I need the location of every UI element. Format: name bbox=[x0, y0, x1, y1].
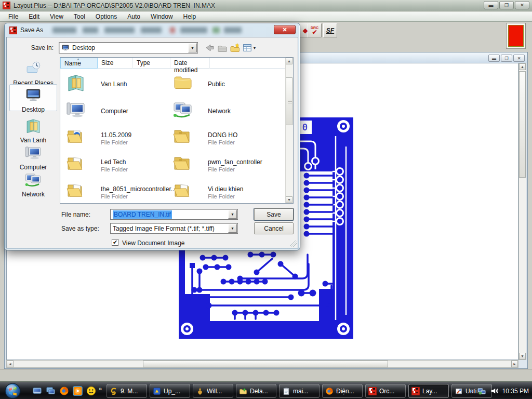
sidebar-item-computer[interactable]: Computer bbox=[9, 142, 57, 171]
list-scroll-up-icon[interactable]: ▲ bbox=[286, 58, 292, 64]
dialog-resize-grip[interactable] bbox=[290, 241, 297, 247]
menubar: File Edit View Tool Options Auto Window … bbox=[0, 11, 532, 22]
list-scroll-down-icon[interactable]: ▼ bbox=[286, 196, 292, 203]
views-button[interactable]: ▼ bbox=[242, 43, 257, 53]
view-document-checkbox[interactable]: ✔ bbox=[112, 239, 118, 246]
start-button[interactable] bbox=[4, 382, 21, 399]
taskbar-button-7[interactable]: Orc... bbox=[365, 384, 406, 398]
vertical-scrollbar[interactable]: ▲ ▼ bbox=[518, 63, 526, 360]
file-item-public[interactable]: Public bbox=[170, 71, 274, 98]
scroll-up-icon[interactable]: ▲ bbox=[519, 63, 526, 70]
menu-options[interactable]: Options bbox=[90, 12, 122, 21]
taskbar-button-8-active[interactable]: Lay... bbox=[408, 384, 449, 398]
horizontal-scroll-thumb[interactable] bbox=[143, 361, 388, 367]
menu-view[interactable]: View bbox=[45, 12, 69, 21]
save-button[interactable]: Save bbox=[254, 208, 294, 220]
save-as-type-select[interactable]: Tagged Image File Format (*.tif; *.tiff)… bbox=[110, 223, 238, 234]
file-name-value: BOARD TREN_IN.tif bbox=[113, 210, 172, 219]
back-button[interactable] bbox=[204, 43, 216, 53]
child-minimize-button[interactable]: ▬ bbox=[488, 55, 500, 62]
media-player-icon[interactable] bbox=[73, 386, 83, 396]
taskbar-button-2[interactable]: Up_... bbox=[150, 384, 190, 398]
cancel-button[interactable]: Cancel bbox=[254, 222, 294, 234]
taskbar-button-5[interactable]: mai... bbox=[279, 384, 320, 398]
up-one-level-button[interactable] bbox=[217, 43, 228, 53]
taskbar: » 9. M... Up_... Will... Dela... mai... … bbox=[0, 382, 532, 399]
scroll-left-icon[interactable]: ◄ bbox=[7, 361, 14, 367]
column-header-date-modified[interactable]: Date modified bbox=[170, 58, 210, 69]
clock[interactable]: 10:35 PM bbox=[502, 388, 529, 395]
vertical-scroll-thumb[interactable] bbox=[519, 71, 526, 178]
status-bar bbox=[0, 369, 532, 382]
file-item-led-tech[interactable]: Led TechFile Folder bbox=[63, 152, 167, 179]
network-tray-icon[interactable] bbox=[477, 387, 486, 396]
app-icon-gold bbox=[110, 387, 118, 395]
folder-doc-icon bbox=[65, 153, 86, 174]
status-color-panel bbox=[506, 23, 526, 49]
scroll-down-icon[interactable]: ▼ bbox=[519, 353, 526, 360]
child-close-button[interactable]: ✕ bbox=[513, 55, 525, 62]
taskbar-button-1[interactable]: 9. M... bbox=[107, 384, 147, 398]
file-item-vi-dieu-khien[interactable]: Vi dieu khienFile Folder bbox=[170, 179, 274, 203]
file-item-network[interactable]: Network bbox=[170, 98, 274, 125]
sidebar-item-van-lanh[interactable]: Van Lanh bbox=[9, 115, 57, 144]
menu-window[interactable]: Window bbox=[145, 12, 178, 21]
scroll-right-icon[interactable]: ► bbox=[511, 361, 518, 367]
firefox-icon[interactable] bbox=[59, 386, 69, 396]
menu-edit[interactable]: Edit bbox=[23, 12, 45, 21]
minimize-button[interactable]: ▬ bbox=[484, 1, 498, 9]
menu-tool[interactable]: Tool bbox=[69, 12, 90, 21]
save-as-type-dropdown-icon[interactable]: ▼ bbox=[228, 224, 237, 233]
file-item-11-05-2009[interactable]: 11.05.2009File Folder bbox=[63, 125, 167, 152]
file-item-computer[interactable]: Computer bbox=[63, 98, 167, 125]
column-header-type[interactable]: Type bbox=[133, 58, 170, 69]
quick-launch-overflow-icon[interactable]: » bbox=[99, 385, 102, 392]
list-scroll-thumb[interactable] bbox=[286, 77, 292, 125]
taskbar-button-4[interactable]: Dela... bbox=[236, 384, 276, 398]
network-icon bbox=[172, 99, 193, 120]
sf-button[interactable]: SF bbox=[323, 23, 337, 37]
list-scrollbar[interactable]: ▲ ▼ bbox=[285, 58, 293, 203]
restore-button[interactable]: ❐ bbox=[499, 1, 514, 9]
component-icon: ◆ bbox=[303, 26, 308, 34]
computer-icon bbox=[24, 144, 43, 162]
taskbar-button-6[interactable]: Điện... bbox=[322, 384, 363, 398]
drc-button[interactable]: DRC ✔ bbox=[308, 23, 322, 37]
file-item-van-lanh[interactable]: Van Lanh bbox=[63, 71, 167, 98]
child-close-icon: ✕ bbox=[517, 56, 521, 61]
save-in-combo[interactable]: Desktop ▼ bbox=[59, 42, 198, 54]
sidebar-label: Network bbox=[9, 191, 57, 198]
menu-auto[interactable]: Auto bbox=[122, 12, 145, 21]
folder-files-icon bbox=[172, 126, 193, 147]
file-name-dropdown-icon[interactable]: ▼ bbox=[228, 210, 237, 219]
sidebar-item-network[interactable]: Network bbox=[9, 169, 57, 198]
tray-collapse-icon[interactable]: ‹ bbox=[471, 388, 473, 394]
column-header-name[interactable]: ▲ Name bbox=[60, 58, 98, 69]
computer-icon bbox=[65, 99, 86, 120]
dialog-titlebar[interactable]: Save As ✕ bbox=[5, 23, 300, 37]
file-item-dong-ho[interactable]: DONG HOFile Folder bbox=[170, 125, 274, 152]
sidebar-item-recent-places[interactable]: Recent Places bbox=[9, 58, 57, 87]
file-item-pwm-fan-controller[interactable]: pwm_fan_controllerFile Folder bbox=[170, 152, 274, 179]
dialog-close-button[interactable]: ✕ bbox=[274, 25, 296, 34]
folder-doc-icon bbox=[65, 180, 86, 201]
column-header-size[interactable]: Size bbox=[98, 58, 133, 69]
child-restore-button[interactable]: ❐ bbox=[501, 55, 512, 62]
new-folder-button[interactable] bbox=[229, 43, 241, 53]
close-button[interactable]: ✕ bbox=[515, 1, 529, 9]
list-header: ▲ Name Size Type Date modified bbox=[60, 58, 285, 69]
messenger-icon[interactable] bbox=[86, 386, 96, 396]
menu-help[interactable]: Help bbox=[178, 12, 202, 21]
switch-windows-icon[interactable] bbox=[46, 386, 56, 396]
menu-file[interactable]: File bbox=[3, 12, 23, 21]
save-in-dropdown-icon[interactable]: ▼ bbox=[188, 43, 197, 52]
horizontal-scrollbar[interactable]: ◄ ► bbox=[6, 360, 518, 368]
show-desktop-icon[interactable] bbox=[32, 386, 42, 396]
taskbar-button-3[interactable]: Will... bbox=[193, 384, 233, 398]
file-item-8051-microcontroller[interactable]: the_8051_microcontroller...File Folder bbox=[63, 179, 167, 203]
folder-doc-icon bbox=[172, 180, 193, 201]
back-icon bbox=[205, 43, 215, 53]
file-name-input[interactable]: BOARD TREN_IN.tif ▼ bbox=[110, 209, 238, 220]
sidebar-item-desktop[interactable]: Desktop bbox=[9, 84, 57, 111]
volume-icon[interactable] bbox=[490, 387, 499, 395]
